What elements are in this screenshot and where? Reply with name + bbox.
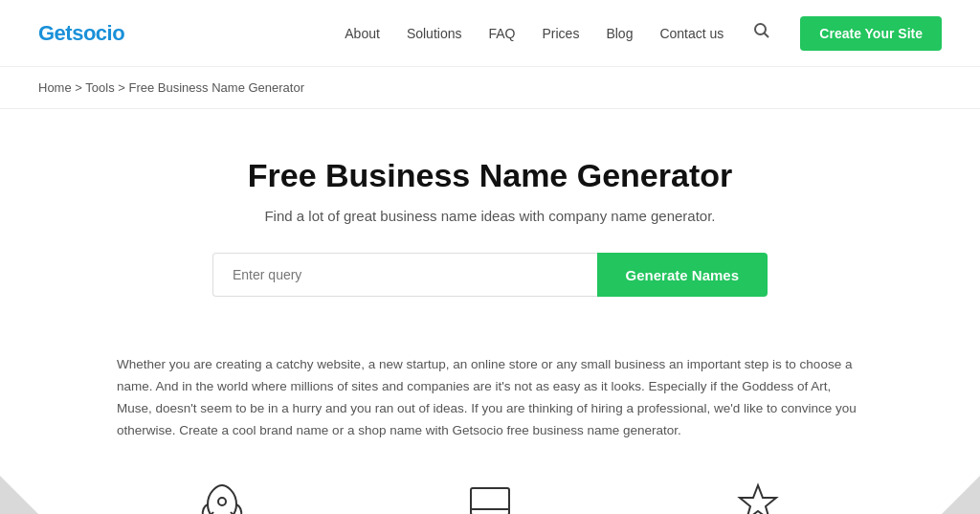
svg-marker-9 bbox=[740, 485, 776, 514]
search-icon bbox=[754, 23, 769, 38]
breadcrumb-tools[interactable]: Tools bbox=[85, 80, 114, 95]
breadcrumb-sep2: > bbox=[118, 80, 128, 95]
breadcrumb: Home > Tools > Free Business Name Genera… bbox=[0, 67, 980, 109]
search-bar: Generate Names bbox=[212, 253, 768, 297]
breadcrumb-home[interactable]: Home bbox=[38, 80, 72, 95]
rocket-icon bbox=[198, 480, 246, 514]
breadcrumb-sep1: > bbox=[75, 80, 85, 95]
logo[interactable]: Getsocio bbox=[38, 21, 124, 46]
svg-line-1 bbox=[765, 34, 769, 38]
main-nav: About Solutions FAQ Prices Blog Contact … bbox=[345, 16, 942, 51]
breadcrumb-current: Free Business Name Generator bbox=[128, 80, 304, 95]
feature-startup: Startup name generator Our cool name gen… bbox=[117, 480, 327, 514]
feature-brand: Brand name generator The application hel… bbox=[653, 480, 863, 514]
hero-section: Free Business Name Generator Find a lot … bbox=[0, 109, 980, 325]
svg-rect-4 bbox=[471, 488, 509, 514]
nav-contact[interactable]: Contact us bbox=[659, 26, 724, 41]
monitor-icon bbox=[466, 480, 514, 514]
generate-button[interactable]: Generate Names bbox=[597, 253, 768, 297]
nav-solutions[interactable]: Solutions bbox=[407, 26, 462, 41]
nav-blog[interactable]: Blog bbox=[606, 26, 633, 41]
features-section: Startup name generator Our cool name gen… bbox=[78, 442, 902, 514]
nav-about[interactable]: About bbox=[345, 26, 380, 41]
header: Getsocio About Solutions FAQ Prices Blog… bbox=[0, 0, 980, 67]
query-input[interactable] bbox=[212, 253, 597, 297]
create-site-button[interactable]: Create Your Site bbox=[800, 16, 942, 51]
search-icon-button[interactable] bbox=[750, 19, 773, 47]
page-title: Free Business Name Generator bbox=[38, 157, 942, 194]
hero-subtitle: Find a lot of great business name ideas … bbox=[38, 208, 942, 224]
svg-point-2 bbox=[218, 498, 226, 505]
intro-paragraph: Whether you are creating a catchy websit… bbox=[117, 354, 863, 442]
corner-shadow-left bbox=[0, 476, 38, 514]
body-text: Whether you are creating a catchy websit… bbox=[78, 354, 902, 442]
nav-prices[interactable]: Prices bbox=[542, 26, 579, 41]
corner-shadow-right bbox=[942, 476, 980, 514]
feature-website: Website name generator The name builder … bbox=[385, 480, 595, 514]
svg-point-0 bbox=[755, 24, 766, 34]
nav-faq[interactable]: FAQ bbox=[488, 26, 515, 41]
star-icon bbox=[734, 480, 782, 514]
